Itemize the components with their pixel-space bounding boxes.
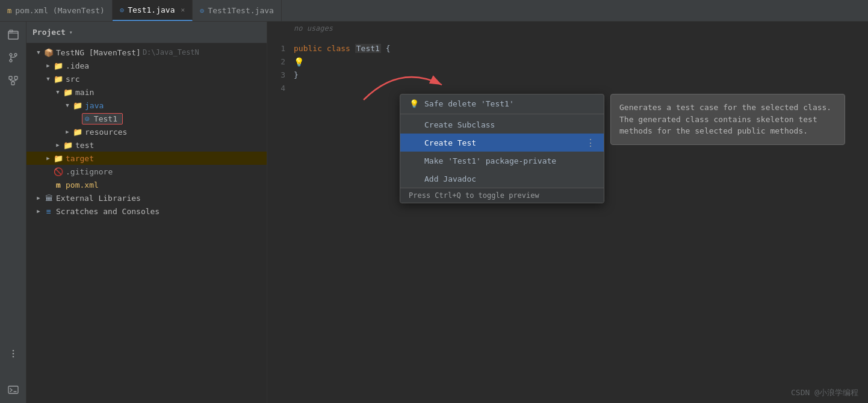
line-numbers: 1 2 3 4 <box>267 42 291 398</box>
code-line-3: } <box>294 69 868 82</box>
svg-point-9 <box>12 353 14 355</box>
label-scratches: Scratches and Consoles <box>56 207 160 216</box>
code-line-4 <box>294 82 868 95</box>
code-line-2: 💡 <box>294 55 868 69</box>
label-idea: .idea <box>66 61 89 70</box>
tree-item-testng[interactable]: ▼ 📦 TestNG [MavenTest] D:\Java_TestN <box>26 46 267 59</box>
label-gitignore: .gitignore <box>66 167 113 176</box>
icon-ext-libs: 🏛 <box>43 194 54 203</box>
menu-package-private-label: Make 'Test1' package-private <box>424 156 595 165</box>
icon-java: 📁 <box>72 101 83 110</box>
tree-item-src[interactable]: ▼ 📁 src <box>26 72 267 85</box>
tree-item-java[interactable]: ▼ 📁 java <box>26 99 267 112</box>
project-title: Project <box>33 28 66 37</box>
tree-item-test[interactable]: ▶ 📁 test <box>26 138 267 152</box>
tab-test1-close[interactable]: ✕ <box>181 6 185 14</box>
watermark: CSDN @小浪学编程 <box>791 387 858 398</box>
label-test: test <box>75 141 94 150</box>
svg-rect-0 <box>8 31 18 39</box>
tab-pom[interactable]: m pom.xml (MavenTest) <box>0 0 113 21</box>
main-layout: Project ▾ ▼ 📦 TestNG [MavenTest] D:\Java… <box>0 22 868 403</box>
label-resources: resources <box>85 128 127 137</box>
tree-item-target[interactable]: ▶ 📁 target <box>26 152 267 165</box>
project-tree: ▼ 📦 TestNG [MavenTest] D:\Java_TestN ▶ 📁… <box>26 43 267 403</box>
tab-test1test[interactable]: ⊙ Test1Test.java <box>193 0 282 21</box>
arrow-main: ▼ <box>53 89 63 95</box>
arrow-test: ▶ <box>53 142 63 148</box>
label-java: java <box>85 101 104 110</box>
arrow-idea: ▶ <box>43 63 53 69</box>
tree-item-resources[interactable]: ▶ 📁 resources <box>26 125 267 138</box>
project-header: Project ▾ <box>26 22 267 43</box>
arrow-scratches: ▶ <box>34 208 43 214</box>
icon-gitignore: 🚫 <box>53 167 64 176</box>
arrow-src: ▼ <box>43 76 53 82</box>
label-ext-libs: External Libraries <box>56 194 141 203</box>
project-panel: Project ▾ ▼ 📦 TestNG [MavenTest] D:\Java… <box>26 22 267 403</box>
tree-item-pom[interactable]: m pom.xml <box>26 178 267 191</box>
menu-add-javadoc-label: Add Javadoc <box>424 174 595 183</box>
icon-resources: 📁 <box>72 128 83 137</box>
icon-main: 📁 <box>63 88 73 97</box>
tree-item-main[interactable]: ▼ 📁 main <box>26 85 267 99</box>
svg-point-3 <box>14 54 17 56</box>
label-testng-path: D:\Java_TestN <box>143 48 199 57</box>
test1-icon: ⊙ <box>120 6 124 14</box>
tooltip-text: Generates a test case for the selected c… <box>619 103 831 135</box>
label-pom: pom.xml <box>66 180 99 189</box>
project-icon-btn[interactable] <box>2 24 24 46</box>
tab-bar: m pom.xml (MavenTest) ⊙ Test1.java ✕ ⊙ T… <box>0 0 868 22</box>
label-src: src <box>66 75 79 84</box>
arrow-testng: ▼ <box>34 49 43 55</box>
tooltip-box: Generates a test case for the selected c… <box>610 94 845 145</box>
more-icon-btn[interactable] <box>2 343 24 365</box>
svg-point-4 <box>10 60 12 62</box>
menu-item-create-subclass[interactable]: Create Subclass <box>400 115 604 134</box>
svg-rect-11 <box>8 386 18 393</box>
tree-item-scratches[interactable]: ▶ ≡ Scratches and Consoles <box>26 205 267 218</box>
icon-test: 📁 <box>63 141 73 150</box>
tree-item-idea[interactable]: ▶ 📁 .idea <box>26 59 267 72</box>
menu-item-javadoc[interactable]: Add Javadoc <box>400 170 604 188</box>
label-main: main <box>75 88 94 97</box>
menu-divider-1 <box>400 114 604 114</box>
project-header-arrow[interactable]: ▾ <box>69 29 73 35</box>
context-menu: 💡 Safe delete 'Test1' Create Subclass Cr… <box>400 94 604 203</box>
tree-item-ext-libs[interactable]: ▶ 🏛 External Libraries <box>26 191 267 205</box>
no-usages: no usages <box>267 22 868 37</box>
tree-item-test1[interactable]: ⊙ Test1 <box>26 112 267 125</box>
code-line-1: public class Test1 { <box>294 42 868 55</box>
icon-src: 📁 <box>53 75 64 84</box>
tab-test1[interactable]: ⊙ Test1.java ✕ <box>113 0 193 21</box>
terminal-icon-btn[interactable] <box>2 379 24 401</box>
structure-icon-btn[interactable] <box>2 70 24 91</box>
icon-idea: 📁 <box>53 61 64 70</box>
menu-create-subclass-label: Create Subclass <box>424 120 595 129</box>
arrow-target: ▶ <box>43 155 53 161</box>
menu-footer: Press Ctrl+Q to toggle preview <box>400 188 604 203</box>
label-target: target <box>66 154 94 163</box>
lightbulb-icon[interactable]: 💡 <box>294 55 304 69</box>
label-test1: Test1 <box>94 114 117 123</box>
git-icon-btn[interactable] <box>2 47 24 69</box>
svg-rect-5 <box>9 76 12 79</box>
menu-item-package-private[interactable]: Make 'Test1' package-private <box>400 152 604 170</box>
svg-point-10 <box>12 356 14 358</box>
bulb-icon: 💡 <box>409 99 420 108</box>
tree-item-gitignore[interactable]: 🚫 .gitignore <box>26 165 267 178</box>
icon-pom: m <box>53 180 64 189</box>
menu-item-safe-delete[interactable]: 💡 Safe delete 'Test1' <box>400 94 604 112</box>
editor-content[interactable]: 1 2 3 4 public class Test1 { 💡 } <box>267 37 868 403</box>
label-testng: TestNG [MavenTest] <box>56 48 141 57</box>
menu-more-icon: ⋮ <box>586 137 595 149</box>
menu-item-create-test[interactable]: Create Test ⋮ <box>400 134 604 152</box>
tab-pom-label: pom.xml (MavenTest) <box>15 6 105 15</box>
svg-point-2 <box>10 54 12 56</box>
icon-scratches: ≡ <box>43 207 54 216</box>
editor-area: no usages 1 2 3 4 public class Test1 { 💡… <box>267 22 868 403</box>
test1-box: ⊙ Test1 <box>82 113 123 125</box>
arrow-java: ▼ <box>63 102 72 108</box>
svg-rect-6 <box>14 76 17 79</box>
menu-safe-delete-label: Safe delete 'Test1' <box>424 99 595 108</box>
tab-test1-label: Test1.java <box>128 5 175 14</box>
